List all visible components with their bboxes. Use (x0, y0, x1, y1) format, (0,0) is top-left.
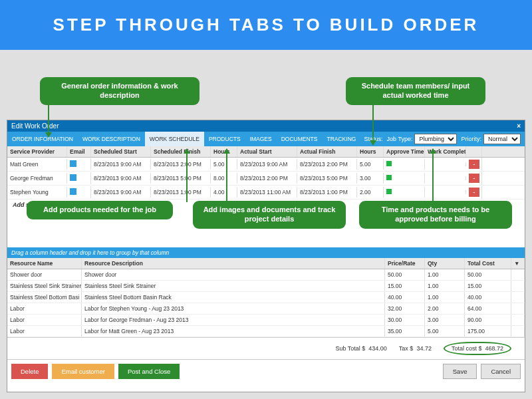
table-row[interactable]: George Fredman8/23/2013 9:00 AM8/23/2013… (7, 172, 525, 186)
post-and-close-button[interactable]: Post and Close (118, 364, 180, 379)
approve-icon[interactable] (386, 189, 392, 194)
table-row[interactable]: Stainless Steel Bottom BasiStainless Ste… (7, 292, 525, 303)
delete-row-button[interactable]: - (469, 160, 479, 169)
tab-work-description[interactable]: WORK DESCRIPTION (78, 132, 145, 146)
tab-images[interactable]: IMAGES (245, 132, 277, 146)
col-filter-icon[interactable]: ▼ (511, 258, 525, 269)
table-row[interactable]: Stephen Young8/23/2013 9:00 AM8/23/2013 … (7, 186, 525, 200)
arrow-icon (186, 149, 188, 202)
col-qty[interactable]: Qty (425, 258, 465, 269)
tab-work-schedule[interactable]: WORK SCHEDULE (145, 132, 204, 146)
footer-buttons: Delete Email customer Post and Close Sav… (7, 359, 525, 383)
group-hint: Drag a column header and drop it here to… (7, 247, 525, 258)
approve-icon[interactable] (386, 161, 392, 166)
callout-schedule: Schedule team members/ input actual work… (346, 77, 485, 105)
col-actual-finish[interactable]: Actual Finish (297, 146, 357, 157)
delete-button[interactable]: Delete (11, 364, 48, 379)
tab-documents[interactable]: DOCUMENTS (277, 132, 323, 146)
col-email[interactable]: Email (67, 146, 91, 157)
cancel-button[interactable]: Cancel (481, 364, 521, 379)
callout-products: Add products needed for the job (27, 201, 173, 219)
tab-products[interactable]: PRODUCTS (204, 132, 245, 146)
col-price[interactable]: Price/Rate (385, 258, 425, 269)
approve-icon[interactable] (386, 175, 392, 180)
table-row[interactable]: LaborLabor for Stephen Young - Aug 23 20… (7, 303, 525, 315)
arrow-icon (372, 104, 374, 145)
col-resource-desc[interactable]: Resource Description (82, 258, 385, 269)
page-banner: STEP THROUGH TABS TO BUILD ORDER (0, 0, 532, 50)
table-row[interactable]: LaborLabor for Matt Green - Aug 23 20133… (7, 326, 525, 337)
total-cost-highlight: Total cost $ 468.72 (444, 342, 511, 355)
table-row[interactable]: Matt Green8/23/2013 9:00 AM8/23/2013 2:0… (7, 158, 525, 172)
col-resource-name[interactable]: Resource Name (7, 258, 82, 269)
table-row[interactable]: Stainless Steel Sink StrainerStainless S… (7, 281, 525, 292)
totals-row: Sub Total $ 434.00 Tax $ 34.72 Total cos… (7, 337, 525, 359)
callout-approve: Time and products needs to be approved b… (359, 201, 512, 229)
email-customer-button[interactable]: Email customer (52, 364, 114, 379)
delete-row-button[interactable]: - (469, 174, 479, 183)
arrow-icon (432, 149, 434, 202)
table-row[interactable]: LaborLabor for George Fredman - Aug 23 2… (7, 315, 525, 326)
tab-bar: ORDER INFORMATION WORK DESCRIPTION WORK … (7, 132, 525, 146)
col-hours-2[interactable]: Hours (357, 146, 384, 157)
col-total[interactable]: Total Cost (465, 258, 511, 269)
email-icon[interactable] (70, 160, 76, 167)
tab-tracking[interactable]: TRACKING (322, 132, 360, 146)
close-icon[interactable]: × (517, 122, 521, 130)
delete-row-button[interactable]: - (469, 188, 479, 197)
jobtype-select[interactable]: Plumbing (414, 134, 457, 144)
priority-label: Priority: (461, 136, 481, 142)
tab-order-information[interactable]: ORDER INFORMATION (7, 132, 78, 146)
arrow-icon (48, 104, 49, 137)
jobtype-label: Job Type: (387, 136, 413, 142)
col-service-provider[interactable]: Service Provider (7, 146, 67, 157)
col-scheduled-finish[interactable]: Scheduled Finish (151, 146, 211, 157)
arrow-icon (226, 149, 227, 202)
email-icon[interactable] (70, 188, 76, 195)
callout-images: Add images and documents and track proje… (193, 201, 346, 229)
edit-work-order-window: Edit Work Order × ORDER INFORMATION WORK… (7, 120, 525, 392)
window-title: Edit Work Order (11, 122, 59, 130)
col-actual-start[interactable]: Actual Start (237, 146, 297, 157)
col-approve-time[interactable]: Approve Time (384, 146, 425, 157)
callout-order-info: General order information & work descrip… (40, 77, 200, 105)
save-button[interactable]: Save (443, 364, 477, 379)
window-titlebar: Edit Work Order × (7, 120, 525, 132)
email-icon[interactable] (70, 174, 76, 181)
priority-select[interactable]: Normal (483, 134, 521, 144)
table-row[interactable]: Shower doorShower door50.001.0050.00 (7, 269, 525, 281)
col-scheduled-start[interactable]: Scheduled Start (91, 146, 151, 157)
